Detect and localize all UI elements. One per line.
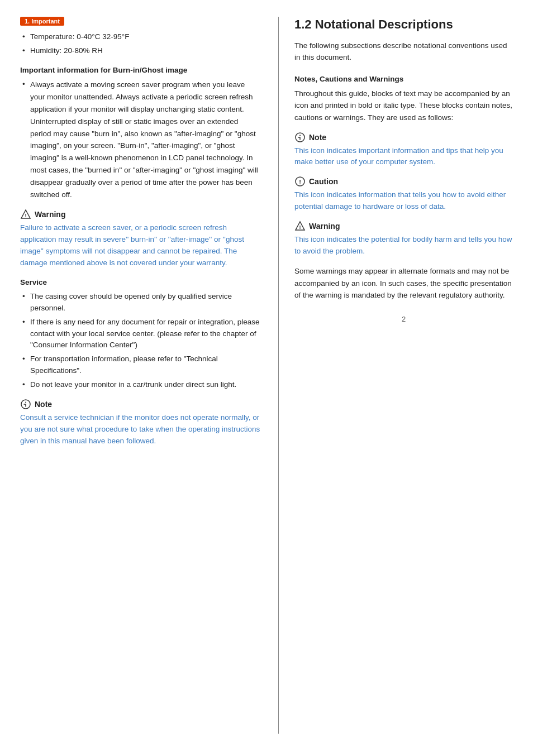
notes-intro: Throughout this guide, blocks of text ma… <box>294 88 513 124</box>
note-title-right: Note <box>294 132 513 143</box>
svg-point-4 <box>299 135 301 136</box>
caution-block-right: ! Caution This icon indicates informatio… <box>294 176 513 213</box>
note-icon-2 <box>20 399 31 410</box>
note-icon-right <box>294 132 306 143</box>
note-title-2: Note <box>20 399 260 410</box>
warning-icon-1: ! <box>20 209 31 220</box>
note-block-right: Note This icon indicates important infor… <box>294 132 513 169</box>
warning-text-1: Failure to activate a screen saver, or a… <box>20 222 260 269</box>
svg-text:!: ! <box>25 213 27 218</box>
intro-text: The following subsections describe notat… <box>294 40 513 64</box>
warning-label-1: Warning <box>35 210 65 219</box>
caution-title-right: ! Caution <box>294 176 513 187</box>
note-text-2: Consult a service technician if the moni… <box>20 412 260 447</box>
svg-text:!: ! <box>299 179 301 185</box>
caution-label-right: Caution <box>309 177 338 186</box>
burn-body: Always activate a moving screen saver pr… <box>30 80 258 199</box>
svg-point-2 <box>25 402 26 403</box>
env-bullet-list: Temperature: 0-40°C 32-95°F Humidity: 20… <box>20 31 260 57</box>
list-item: Temperature: 0-40°C 32-95°F <box>20 31 260 43</box>
note-label-2: Note <box>35 400 52 409</box>
section-title: 1.2 Notational Descriptions <box>294 17 513 33</box>
caution-icon-right: ! <box>294 176 306 187</box>
note-label-right: Note <box>309 133 326 142</box>
list-item: Do not leave your monitor in a car/trunk… <box>20 379 260 391</box>
warning-title-right: ! Warning <box>294 221 513 232</box>
service-bullet-list: The casing cover should be opened only b… <box>20 291 260 391</box>
warning-block-right: ! Warning This icon indicates the potent… <box>294 221 513 257</box>
page-number: 2 <box>294 315 513 323</box>
warning-block-1: ! Warning Failure to activate a screen s… <box>20 209 260 269</box>
alt-warning-text: Some warnings may appear in alternate fo… <box>294 265 513 302</box>
right-column: 1.2 Notational Descriptions The followin… <box>278 17 513 734</box>
list-item: If there is any need for any document fo… <box>20 317 260 352</box>
warning-title-1: ! Warning <box>20 209 260 220</box>
list-item: For transportation information, please r… <box>20 353 260 377</box>
caution-text-right: This icon indicates information that tel… <box>294 189 513 213</box>
warning-icon-right: ! <box>294 221 306 232</box>
warning-text-right: This icon indicates the potential for bo… <box>294 234 513 257</box>
list-item: Humidity: 20-80% RH <box>20 45 260 57</box>
note-text-right: This icon indicates important informatio… <box>294 145 513 169</box>
burn-heading: Important information for Burn-in/Ghost … <box>20 66 260 74</box>
service-heading: Service <box>20 278 260 286</box>
list-item: Always activate a moving screen saver pr… <box>20 79 260 201</box>
warning-label-right: Warning <box>309 222 340 231</box>
burn-bullet-list: Always activate a moving screen saver pr… <box>20 79 260 201</box>
list-item: The casing cover should be opened only b… <box>20 291 260 314</box>
note-block-2: Note Consult a service technician if the… <box>20 399 260 447</box>
svg-text:!: ! <box>299 224 301 230</box>
breadcrumb-tag: 1. Important <box>20 17 260 31</box>
notes-heading: Notes, Cautions and Warnings <box>294 75 513 83</box>
